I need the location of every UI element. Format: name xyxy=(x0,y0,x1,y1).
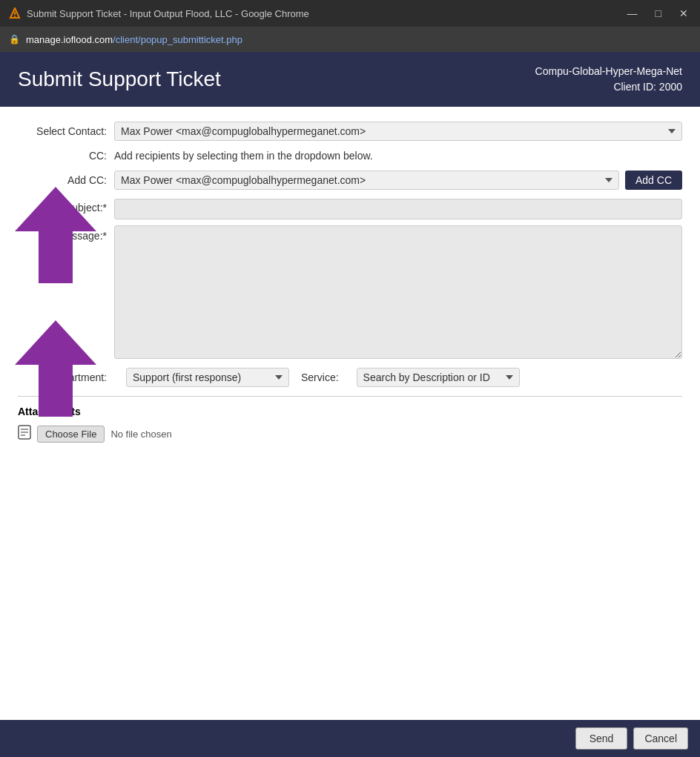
attachments-title: Attachments xyxy=(18,406,682,417)
page-title: Submit Support Ticket xyxy=(18,67,221,91)
select-contact-row: Select Contact: Max Power <max@compuglob… xyxy=(18,122,682,141)
url-path: /client/popup_submitticket.php xyxy=(113,34,242,45)
lock-icon: 🔒 xyxy=(9,34,20,44)
svg-point-2 xyxy=(14,16,16,17)
department-label: Department: xyxy=(18,371,114,383)
select-contact-dropdown[interactable]: Max Power <max@compuglobalhypermeganet.c… xyxy=(114,122,682,141)
title-bar: Submit Support Ticket - Input Output Flo… xyxy=(0,0,700,27)
select-contact-label: Select Contact: xyxy=(18,125,114,137)
message-row: Message:* xyxy=(18,225,682,359)
add-cc-button[interactable]: Add CC xyxy=(625,171,682,190)
cc-description: Add recipients by selecting them in the … xyxy=(114,150,373,162)
page-header: Submit Support Ticket Compu-Global-Hyper… xyxy=(0,52,700,107)
subject-label: Subject:* xyxy=(18,199,114,214)
address-bar: 🔒 manage.ioflood.com/client/popup_submit… xyxy=(0,27,700,52)
message-textarea[interactable] xyxy=(114,225,682,359)
choose-file-button[interactable]: Choose File xyxy=(37,426,105,443)
no-file-label: No file chosen xyxy=(110,429,171,440)
cancel-button[interactable]: Cancel xyxy=(633,727,688,750)
send-button[interactable]: Send xyxy=(575,727,628,750)
service-dropdown[interactable]: Search by Description or ID xyxy=(357,368,520,387)
file-icon xyxy=(18,425,31,443)
url-domain: manage.ioflood.com xyxy=(26,34,113,45)
subject-wrap xyxy=(114,199,682,219)
url-display: manage.ioflood.com/client/popup_submitti… xyxy=(26,34,242,45)
attachments-section: Attachments Choose File No file chosen xyxy=(18,396,682,443)
maximize-button[interactable]: □ xyxy=(653,6,664,21)
ioflood-logo-icon xyxy=(9,7,21,19)
cc-label: CC: xyxy=(18,150,114,162)
window-title: Submit Support Ticket - Input Output Flo… xyxy=(27,8,618,19)
dept-service-row: Department: Support (first response) Ser… xyxy=(18,368,682,387)
service-label: Service: xyxy=(301,371,345,383)
add-cc-dropdown[interactable]: Max Power <max@compuglobalhypermeganet.c… xyxy=(114,171,619,190)
subject-row: Subject:* xyxy=(18,199,682,219)
main-content: Select Contact: Max Power <max@compuglob… xyxy=(0,107,700,720)
department-dropdown[interactable]: Support (first response) xyxy=(126,368,289,387)
minimize-button[interactable]: — xyxy=(624,6,641,21)
file-row: Choose File No file chosen xyxy=(18,425,682,443)
message-wrap xyxy=(114,225,682,359)
footer: Send Cancel xyxy=(0,720,700,757)
add-cc-row: Add CC: Max Power <max@compuglobalhyperm… xyxy=(18,171,682,190)
message-label: Message:* xyxy=(18,225,114,242)
select-contact-wrap: Max Power <max@compuglobalhypermeganet.c… xyxy=(114,122,682,141)
add-cc-label: Add CC: xyxy=(18,174,114,186)
close-button[interactable]: ✕ xyxy=(676,6,691,21)
cc-info-row: CC: Add recipients by selecting them in … xyxy=(18,150,682,162)
attachment-file-icon xyxy=(18,425,31,440)
add-cc-wrap: Max Power <max@compuglobalhypermeganet.c… xyxy=(114,171,682,190)
client-id: Client ID: 2000 xyxy=(535,79,682,95)
company-name: Compu-Global-Hyper-Mega-Net xyxy=(535,64,682,79)
client-info: Compu-Global-Hyper-Mega-Net Client ID: 2… xyxy=(535,64,682,95)
subject-input[interactable] xyxy=(114,199,682,219)
cc-info-wrap: Add recipients by selecting them in the … xyxy=(114,150,682,162)
window-controls: — □ ✕ xyxy=(624,6,691,21)
